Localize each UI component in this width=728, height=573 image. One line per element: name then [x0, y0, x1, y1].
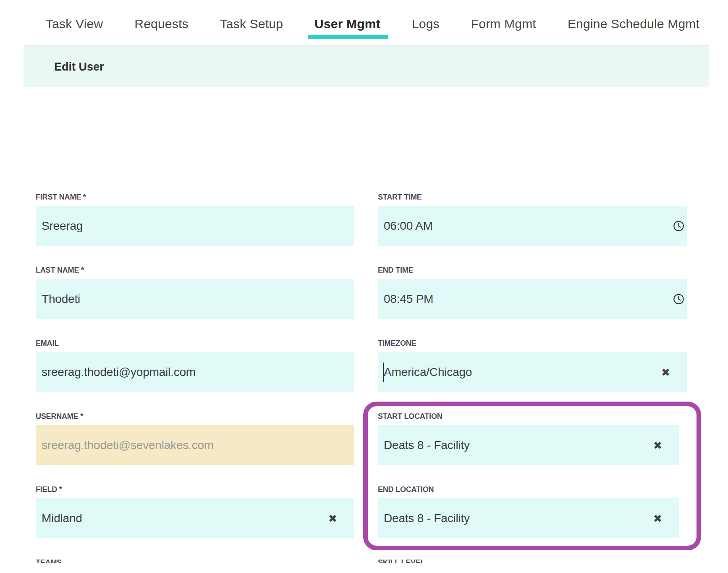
form-row-skill-level: SKILL LEVEL — [378, 558, 687, 563]
start-time-label: START TIME — [378, 192, 687, 202]
end-location-value: Deats 8 - Facility — [384, 512, 470, 525]
field-select[interactable]: Midland✖ — [36, 498, 354, 538]
top-tab-bar: Task ViewRequestsTask SetupUser MgmtLogs… — [0, 0, 728, 45]
email-text-input[interactable]: sreerag.thodeti@yopmail.com — [36, 352, 354, 392]
end-time-clock-icon[interactable] — [673, 293, 684, 305]
end-time-label: END TIME — [378, 265, 687, 275]
timezone-clear-icon[interactable]: ✖ — [661, 367, 670, 377]
field-clear-icon[interactable]: ✖ — [328, 513, 337, 523]
start-time-clock-icon[interactable] — [673, 220, 684, 231]
tab-task-view[interactable]: Task View — [46, 17, 103, 45]
end-time-value: 08:45 PM — [384, 292, 433, 306]
start-location-clear-icon[interactable]: ✖ — [653, 440, 662, 450]
start-location-value: Deats 8 - Facility — [384, 439, 470, 452]
end-location-select[interactable]: Deats 8 - Facility✖ — [378, 498, 679, 538]
tab-task-setup[interactable]: Task Setup — [220, 17, 283, 45]
last-name-label: LAST NAME * — [36, 265, 354, 275]
end-time-time-picker[interactable]: 08:45 PM — [378, 279, 687, 319]
form-row-end-time: END TIME08:45 PM — [378, 265, 687, 319]
username-label: USERNAME * — [36, 412, 354, 421]
teams-label: TEAMS — [36, 558, 354, 563]
skill-level-label: SKILL LEVEL — [378, 558, 687, 563]
last-name-value: Thodeti — [42, 292, 80, 306]
first-name-text-input[interactable]: Sreerag — [36, 206, 354, 246]
email-value: sreerag.thodeti@yopmail.com — [42, 365, 196, 379]
form-row-timezone: TIMEZONEAmerica/Chicago✖ — [378, 339, 687, 392]
email-label: EMAIL — [36, 339, 354, 348]
page-title: Edit User — [54, 60, 104, 74]
start-location-select[interactable]: Deats 8 - Facility✖ — [378, 425, 679, 465]
form-column-right: START TIME06:00 AMEND TIME08:45 PMTIMEZO… — [378, 192, 687, 563]
field-value: Midland — [42, 512, 82, 525]
form-row-last-name: LAST NAME *Thodeti — [36, 265, 354, 319]
form-row-email: EMAILsreerag.thodeti@yopmail.com — [36, 339, 354, 392]
form-row-start-time: START TIME06:00 AM — [378, 192, 687, 246]
timezone-value: America/Chicago — [384, 365, 472, 379]
tab-logs[interactable]: Logs — [412, 17, 440, 45]
start-location-label: START LOCATION — [378, 412, 687, 421]
end-location-label: END LOCATION — [378, 485, 687, 494]
tab-user-mgmt[interactable]: User Mgmt — [314, 17, 380, 45]
form-row-start-location: START LOCATIONDeats 8 - Facility✖ — [378, 412, 687, 465]
form-column-left: FIRST NAME *SreeragLAST NAME *ThodetiEMA… — [36, 192, 354, 563]
start-time-time-picker[interactable]: 06:00 AM — [378, 206, 687, 246]
form-row-end-location: END LOCATIONDeats 8 - Facility✖ — [378, 485, 687, 538]
timezone-label: TIMEZONE — [378, 339, 687, 348]
first-name-value: Sreerag — [42, 219, 83, 233]
first-name-label: FIRST NAME * — [36, 192, 354, 202]
end-location-clear-icon[interactable]: ✖ — [653, 513, 662, 523]
start-time-value: 06:00 AM — [384, 219, 433, 233]
username-text-input: sreerag.thodeti@sevenlakes.com — [36, 425, 354, 465]
form-row-field: FIELD *Midland✖ — [36, 485, 354, 538]
edit-user-header-bar: Edit User — [24, 45, 709, 87]
field-label: FIELD * — [36, 485, 354, 494]
tab-form-mgmt[interactable]: Form Mgmt — [471, 17, 536, 45]
last-name-text-input[interactable]: Thodeti — [36, 279, 354, 319]
edit-user-page: { "nav": { "tabs": [ { "label": "Task Vi… — [0, 0, 728, 573]
username-value: sreerag.thodeti@sevenlakes.com — [42, 439, 214, 452]
form-row-first-name: FIRST NAME *Sreerag — [36, 192, 354, 246]
form-row-username: USERNAME *sreerag.thodeti@sevenlakes.com — [36, 412, 354, 465]
form-row-teams: TEAMS — [36, 558, 354, 563]
tab-requests[interactable]: Requests — [134, 17, 188, 45]
tab-engine-schedule-mgmt[interactable]: Engine Schedule Mgmt — [568, 17, 699, 45]
timezone-select[interactable]: America/Chicago✖ — [378, 352, 687, 392]
